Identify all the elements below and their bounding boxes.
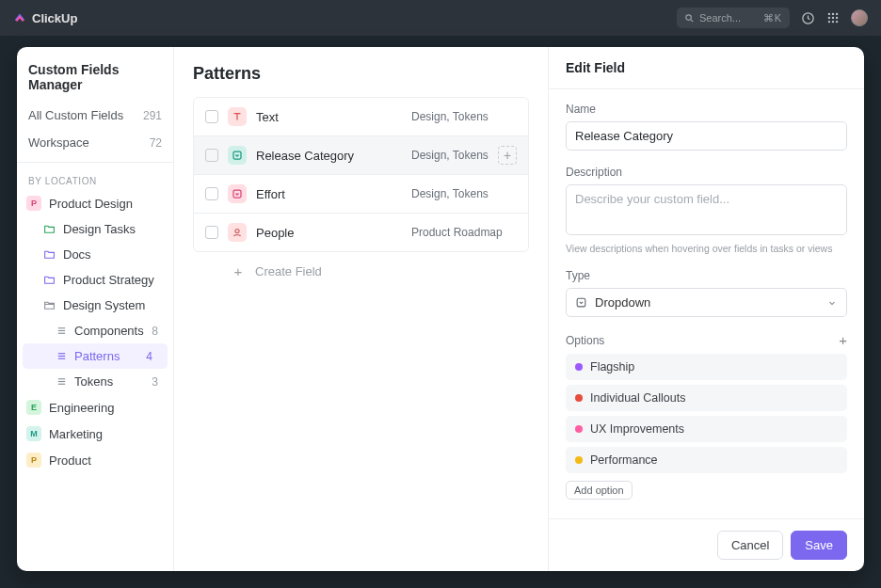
row-checkbox[interactable] [205, 110, 218, 123]
svg-point-0 [686, 14, 692, 20]
option-label: Individual Callouts [590, 391, 685, 405]
field-name: Text [256, 110, 402, 124]
svg-rect-21 [233, 151, 241, 159]
modal-window: Custom Fields Manager All Custom Fields … [17, 47, 864, 571]
option-label: Performance [590, 453, 658, 467]
name-input[interactable] [566, 121, 847, 151]
cancel-button[interactable]: Cancel [717, 531, 783, 560]
search-icon [684, 13, 695, 24]
option-label: UX Improvements [590, 422, 684, 436]
main-content: Patterns Text Design, Tokens Release Cat… [174, 47, 548, 571]
chevron-down-icon [826, 297, 838, 309]
space-badge-icon: E [26, 400, 41, 415]
loc-design-tasks[interactable]: Design Tasks [17, 216, 173, 242]
sidebar: Custom Fields Manager All Custom Fields … [17, 47, 174, 571]
loc-tokens[interactable]: Tokens 3 [17, 369, 173, 394]
svg-point-5 [836, 13, 838, 15]
user-avatar[interactable] [851, 9, 868, 26]
space-badge-icon: P [26, 196, 41, 211]
svg-point-9 [828, 21, 830, 23]
svg-point-11 [836, 21, 838, 23]
plus-icon: + [231, 263, 246, 279]
svg-point-3 [828, 13, 830, 15]
loc-label: Product [49, 453, 91, 468]
create-field-button[interactable]: + Create Field [193, 252, 529, 291]
loc-count: 4 [146, 350, 158, 363]
edit-panel: Edit Field Name Description View descrip… [548, 47, 864, 571]
list-icon [56, 351, 67, 361]
option-color-dot [575, 456, 583, 464]
scope-all-fields[interactable]: All Custom Fields 291 [17, 102, 173, 129]
loc-label: Product Strategy [63, 273, 154, 287]
type-label: Type [566, 269, 847, 282]
global-search[interactable]: Search... ⌘K [677, 8, 790, 28]
svg-rect-22 [233, 190, 241, 198]
apps-icon[interactable] [826, 11, 840, 24]
edit-panel-title: Edit Field [549, 47, 864, 89]
loc-label: Tokens [74, 374, 113, 389]
svg-point-8 [836, 17, 838, 19]
loc-label: Engineering [49, 401, 114, 415]
type-select[interactable]: Dropdown [566, 288, 847, 317]
loc-components[interactable]: Components 8 [17, 318, 173, 343]
page-title: Patterns [193, 64, 529, 84]
description-input[interactable] [566, 184, 847, 235]
field-row[interactable]: Effort Design, Tokens [194, 175, 528, 214]
loc-design-system[interactable]: Design System [17, 293, 173, 318]
loc-label: Docs [63, 247, 91, 262]
name-label: Name [566, 103, 847, 116]
scope-workspace[interactable]: Workspace 72 [17, 129, 173, 156]
field-name: People [256, 226, 402, 240]
field-row[interactable]: Text Design, Tokens [194, 98, 528, 136]
dropdown-option[interactable]: Flagship [566, 354, 847, 380]
field-row[interactable]: People Product Roadmap [194, 214, 528, 251]
create-field-label: Create Field [255, 264, 322, 278]
activity-icon[interactable] [801, 11, 815, 25]
loc-docs[interactable]: Docs [17, 242, 173, 267]
field-name: Release Category [256, 149, 402, 163]
svg-point-7 [832, 17, 834, 19]
add-option-button[interactable]: Add option [566, 481, 633, 500]
space-badge-icon: P [26, 453, 41, 468]
field-name: Effort [256, 187, 402, 201]
effort-field-icon [228, 184, 247, 203]
option-color-dot [575, 363, 583, 371]
loc-marketing[interactable]: M Marketing [17, 421, 173, 447]
field-row[interactable]: Release Category Design, Tokens + [194, 136, 528, 175]
svg-point-4 [832, 13, 834, 15]
app-topbar: ClickUp Search... ⌘K [0, 0, 881, 36]
space-badge-icon: M [26, 426, 41, 441]
loc-label: Product Design [49, 197, 133, 211]
row-checkbox[interactable] [205, 187, 218, 200]
loc-count: 8 [152, 325, 164, 338]
loc-label: Design Tasks [63, 222, 136, 236]
scope-count: 72 [150, 136, 162, 150]
dropdown-option[interactable]: Performance [566, 447, 847, 473]
add-option-icon[interactable]: + [839, 332, 847, 348]
loc-label: Components [74, 324, 144, 338]
save-button[interactable]: Save [791, 531, 847, 560]
dropdown-option[interactable]: Individual Callouts [566, 385, 847, 411]
by-location-caption: BY LOCATION [17, 168, 173, 190]
row-checkbox[interactable] [205, 149, 218, 162]
loc-product[interactable]: P Product [17, 447, 173, 473]
field-locations: Product Roadmap [411, 226, 517, 239]
loc-product-strategy[interactable]: Product Strategy [17, 267, 173, 293]
scope-label: Workspace [28, 135, 89, 150]
loc-label: Marketing [49, 427, 103, 441]
sidebar-title: Custom Fields Manager [17, 58, 173, 102]
loc-count: 3 [152, 375, 164, 389]
dropdown-option[interactable]: UX Improvements [566, 416, 847, 442]
svg-rect-24 [577, 298, 585, 307]
brand-name: ClickUp [32, 11, 77, 25]
description-helper: View descriptions when hovering over fie… [566, 243, 847, 254]
add-location-icon[interactable]: + [498, 146, 517, 165]
type-value: Dropdown [595, 295, 650, 310]
loc-patterns[interactable]: Patterns 4 [23, 343, 168, 369]
loc-product-design[interactable]: P Product Design [17, 190, 173, 216]
svg-point-6 [828, 17, 830, 19]
options-label: Options [566, 334, 604, 347]
loc-engineering[interactable]: E Engineering [17, 394, 173, 421]
option-color-dot [575, 394, 583, 402]
row-checkbox[interactable] [205, 226, 218, 239]
